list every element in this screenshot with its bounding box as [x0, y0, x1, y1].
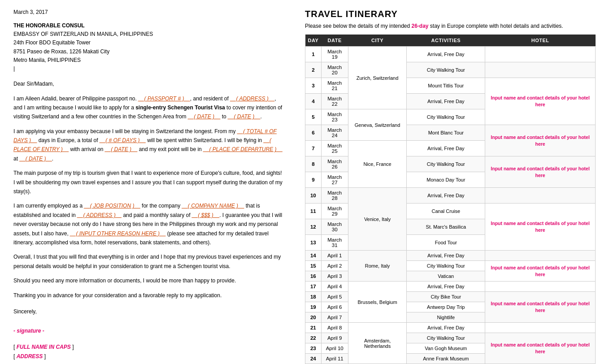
activities-cell: Mount Titlis Tour [407, 78, 485, 94]
day-cell: 18 [305, 292, 322, 302]
hotel-cell: Input name and contact details of your h… [485, 78, 596, 125]
addressee-line1: EMBASSY OF SWITZERLAND IN MANILA, PHILIP… [13, 30, 283, 39]
activities-cell: Arrival, Free Day [407, 188, 485, 204]
subtitle-pre: Please see below the details of my inten… [305, 23, 411, 29]
activities-cell: Arrival, Free Day [407, 141, 485, 156]
table-row: 10March 28Venice, ItalyArrival, Free Day [305, 188, 596, 204]
paragraph-1: I am Aileen Adalid, bearer of Philippine… [13, 94, 283, 121]
hotel-cell: Input name and contact details of your h… [485, 333, 596, 364]
place-departure-placeholder: __( PLACE OF DEPARTURE )__ [203, 146, 283, 152]
activities-cell: Arrival, Free Day [407, 47, 485, 62]
addressee-line3: 8751 Paseo de Roxas, 1226 Makati City [13, 48, 283, 56]
signature-section: Sincerely, - signature - [13, 307, 283, 336]
date-cell: April 7 [321, 312, 348, 323]
date-cell: April 5 [321, 292, 348, 302]
date-cell: April 1 [321, 251, 348, 261]
table-row: 17April 4Brussels, BelgiumArrival, Free … [305, 282, 596, 292]
date-from-placeholder: __( DATE )__ [188, 113, 220, 120]
paragraph-7: Thanking you in advance for your conside… [13, 291, 283, 300]
days-placeholder: __( # OF DAYS )__ [100, 137, 146, 143]
signature-line: - signature - [13, 326, 283, 336]
activities-cell: City Walking Tour [407, 62, 485, 78]
itinerary-title: TRAVEL ITINERARY [305, 9, 596, 19]
activities-cell: Canal Cruise [407, 204, 485, 219]
table-header-row: DAY DATE CITY ACTIVITIES HOTEL [305, 35, 596, 47]
date-cell: April 2 [321, 261, 348, 271]
salutation: Dear Sir/Madam, [13, 79, 283, 88]
day-cell: 21 [305, 323, 322, 333]
passport-placeholder: __( PASSPORT # )__ [138, 95, 190, 102]
date-cell: April 3 [321, 271, 348, 282]
date-cell: March 31 [321, 235, 348, 251]
date-cell: March 24 [321, 125, 348, 141]
addressee-line4: Metro Manila, PHILIPPINES [13, 56, 283, 65]
letter-body: Dear Sir/Madam, I am Aileen Adalid, bear… [13, 79, 283, 300]
day-cell: 11 [305, 204, 322, 219]
activities-cell: Van Gogh Museum [407, 343, 485, 354]
activities-cell: Arrival, Free Day [407, 323, 485, 333]
day-cell: 19 [305, 302, 322, 312]
activities-cell: Food Tour [407, 235, 485, 251]
day-cell: 8 [305, 156, 322, 172]
day-cell: 15 [305, 261, 322, 271]
address-placeholder-2: __( ADDRESS )__ [77, 212, 122, 218]
date-cell: March 20 [321, 62, 348, 78]
activities-cell: Arrival, Free Day [407, 94, 485, 109]
addressee-line2: 24th Floor BDO Equitable Tower [13, 39, 283, 47]
day-cell: 22 [305, 333, 322, 343]
day-cell: 3 [305, 78, 322, 94]
day-cell: 13 [305, 235, 322, 251]
table-row: 1March 19Zurich, SwitzerlandArrival, Fre… [305, 47, 596, 62]
salary-placeholder: __( $$$ )__ [192, 212, 219, 218]
day-cell: 4 [305, 94, 322, 109]
col-hotel: HOTEL [485, 35, 596, 47]
visa-type: single-entry Schengen Tourist Visa [135, 104, 225, 111]
activities-cell: City Walking Tour [407, 109, 485, 125]
job-position-placeholder: __( JOB POSITION )__ [84, 203, 140, 209]
activities-cell: City Walking Tour [407, 333, 485, 343]
hotel-cell-empty [485, 62, 596, 78]
other-reason-placeholder: __( INPUT OTHER REASON HERE )__ [70, 230, 165, 237]
hotel-cell: Input name and contact details of your h… [485, 156, 596, 188]
itinerary-panel: TRAVEL ITINERARY Please see below the de… [305, 9, 596, 364]
signature-text: - signature - [13, 328, 44, 334]
hotel-cell-empty [485, 282, 596, 292]
city-cell: Amsterdam, Netherlands [348, 323, 407, 364]
hotel-cell-empty [485, 47, 596, 62]
paragraph-5: Overall, I trust that you will find that… [13, 252, 283, 271]
day-cell: 9 [305, 172, 322, 188]
closing: Sincerely, [13, 307, 283, 317]
col-day: DAY [305, 35, 322, 47]
hotel-cell-empty [485, 323, 596, 333]
activities-cell: St. Marc's Basilica [407, 219, 485, 235]
city-cell: Venice, Italy [348, 188, 407, 251]
paragraph-2: I am applying via your embassy because I… [13, 127, 283, 164]
activities-cell: City Bike Tour [407, 292, 485, 302]
hotel-cell: Input name and contact details of your h… [485, 292, 596, 323]
date-cell: April 11 [321, 354, 348, 364]
date-cell: March 21 [321, 78, 348, 94]
footer-line-3: [ MOBILE/PHONE # ] [13, 362, 283, 364]
paragraph-4: I am currently employed as a __( JOB POS… [13, 201, 283, 247]
activities-cell: Arrival, Free Day [407, 251, 485, 261]
activities-cell: Arrival, Free Day [407, 282, 485, 292]
activities-cell: Antwerp Day Trip [407, 302, 485, 312]
activities-cell: Anne Frank Museum [407, 354, 485, 364]
addressee-title: THE HONORABLE CONSUL [13, 22, 283, 30]
activities-cell: Monaco Day Tour [407, 172, 485, 188]
footer-line-2: [ ADDRESS ] [13, 352, 283, 362]
hotel-cell: Input name and contact details of your h… [485, 204, 596, 251]
day-cell: 20 [305, 312, 322, 323]
footer-section: [ FULL NAME IN CAPS ] [ ADDRESS ] [ MOBI… [13, 342, 283, 364]
date-cell: March 19 [321, 47, 348, 62]
date-cell: March 30 [321, 219, 348, 235]
date-to-placeholder: __( DATE )__ [228, 113, 260, 120]
day-cell: 6 [305, 125, 322, 141]
address-placeholder-1: __( ADDRESS )__ [230, 95, 274, 102]
city-cell: Geneva, Switzerland [348, 109, 407, 141]
city-cell: Rome, Italy [348, 251, 407, 282]
day-cell: 16 [305, 271, 322, 282]
date-cell: April 9 [321, 333, 348, 343]
date-cell: April 6 [321, 302, 348, 312]
col-activities: ACTIVITIES [407, 35, 485, 47]
